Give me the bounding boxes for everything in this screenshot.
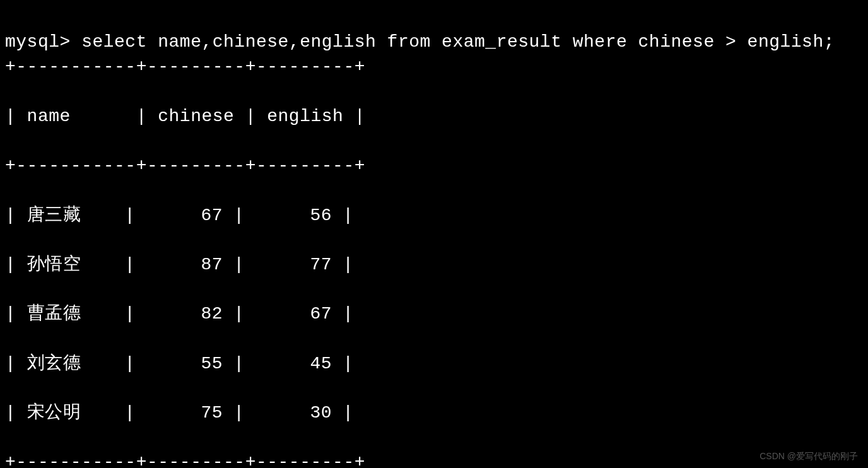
table-row: | 宋公明 | 75 | 30 | — [5, 401, 863, 425]
terminal-output: mysql> select name,chinese,english from … — [5, 5, 863, 468]
table-row: | 唐三藏 | 67 | 56 | — [5, 203, 863, 228]
table-border-bot: +-----------+---------+---------+ — [5, 450, 863, 468]
sql-query: select name,chinese,english from exam_re… — [81, 32, 835, 52]
table-border-top: +-----------+---------+---------+ — [5, 54, 863, 79]
table-row: | 刘玄德 | 55 | 45 | — [5, 351, 863, 376]
table-header: | name | chinese | english | — [5, 104, 863, 129]
watermark: CSDN @爱写代码的刚子 — [760, 450, 858, 463]
mysql-prompt: mysql> — [5, 32, 81, 52]
table-border-mid: +-----------+---------+---------+ — [5, 153, 863, 178]
query-line: mysql> select name,chinese,english from … — [5, 32, 835, 52]
table-row: | 曹孟德 | 82 | 67 | — [5, 301, 863, 326]
table-row: | 孙悟空 | 87 | 77 | — [5, 252, 863, 277]
